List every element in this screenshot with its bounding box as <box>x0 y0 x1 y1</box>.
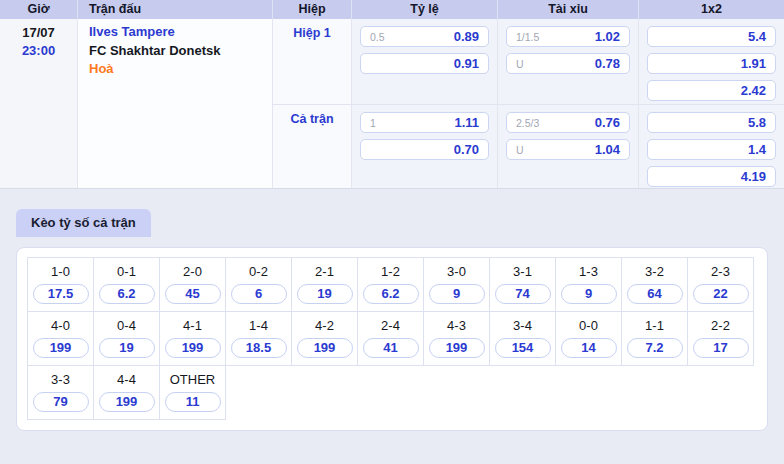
home-team-link[interactable]: Ilves Tampere <box>89 23 272 42</box>
odds-box[interactable]: 0.70 <box>360 139 489 160</box>
score-odds-button[interactable]: 6.2 <box>363 284 419 304</box>
score-label: 0-2 <box>226 264 291 279</box>
odds-line-label: U <box>516 144 524 156</box>
odds-value: 5.8 <box>748 115 766 130</box>
score-odds-button[interactable]: 9 <box>429 284 485 304</box>
score-label: 1-2 <box>358 264 423 279</box>
score-label: 1-4 <box>226 318 291 333</box>
score-label: 3-0 <box>424 264 489 279</box>
score-odds-button[interactable]: 79 <box>33 392 89 412</box>
match-teams-cell: Ilves Tampere FC Shakhtar Donetsk Hoà <box>77 19 272 188</box>
score-odds-button[interactable]: 19 <box>99 338 155 358</box>
odds-value: 0.70 <box>454 142 479 157</box>
odds-box[interactable]: 2.5/30.76 <box>506 112 630 133</box>
odds-line-label: 1/1.5 <box>516 31 539 43</box>
score-odds-button[interactable]: 199 <box>33 338 89 358</box>
odds-box[interactable]: 0.91 <box>360 53 489 74</box>
score-odds-button[interactable]: 6.2 <box>99 284 155 304</box>
odds-value: 1.04 <box>595 142 620 157</box>
score-cell: 0-16.2 <box>94 258 160 312</box>
score-odds-button[interactable]: 154 <box>495 338 551 358</box>
odds-value: 0.89 <box>454 29 479 44</box>
score-cell: 4-0199 <box>28 312 94 366</box>
header-1x2: 1x2 <box>638 0 784 19</box>
score-cell: 2-217 <box>688 312 754 366</box>
score-odds-button[interactable]: 14 <box>561 338 617 358</box>
score-odds-button[interactable]: 9 <box>561 284 617 304</box>
score-odds-button[interactable]: 199 <box>429 338 485 358</box>
score-row: 1-017.50-16.22-0450-262-1191-26.23-093-1… <box>28 258 754 312</box>
odds-box[interactable]: 11.11 <box>360 112 489 133</box>
score-label: 3-4 <box>490 318 555 333</box>
score-label: 4-4 <box>94 372 159 387</box>
score-label: 1-0 <box>28 264 93 279</box>
score-odds-button[interactable]: 19 <box>297 284 353 304</box>
score-odds-button[interactable]: 11 <box>165 392 221 412</box>
match-time-cell: 17/07 23:00 <box>0 19 77 188</box>
score-cell: 0-419 <box>94 312 160 366</box>
score-odds-button[interactable]: 6 <box>231 284 287 304</box>
score-label: 4-3 <box>424 318 489 333</box>
match-row: 17/07 23:00 Ilves Tampere FC Shakhtar Do… <box>0 19 784 189</box>
odds-box[interactable]: 5.4 <box>647 26 776 47</box>
odds-value: 4.19 <box>741 169 766 184</box>
score-label: 3-3 <box>28 372 93 387</box>
tab-correct-score[interactable]: Kèo tỷ số cả trận <box>16 209 151 237</box>
score-row: 3-3794-4199OTHER11 <box>28 366 754 420</box>
period-label: Cả trận <box>272 105 351 188</box>
score-odds-button[interactable]: 199 <box>165 338 221 358</box>
score-odds-button[interactable]: 7.2 <box>627 338 683 358</box>
score-grid: 1-017.50-16.22-0450-262-1191-26.23-093-1… <box>27 257 754 420</box>
score-cell: 4-3199 <box>424 312 490 366</box>
odds-value: 2.42 <box>741 83 766 98</box>
score-label: 2-2 <box>688 318 753 333</box>
score-odds-button[interactable]: 74 <box>495 284 551 304</box>
odds-box[interactable]: U1.04 <box>506 139 630 160</box>
odds-box[interactable]: 1/1.51.02 <box>506 26 630 47</box>
odds-box[interactable]: 1.4 <box>647 139 776 160</box>
odds-box[interactable]: 5.8 <box>647 112 776 133</box>
score-cell: 2-441 <box>358 312 424 366</box>
score-odds-button[interactable]: 17.5 <box>33 284 89 304</box>
score-odds-button[interactable]: 22 <box>693 284 749 304</box>
score-cell: 1-39 <box>556 258 622 312</box>
odds-box[interactable]: 2.42 <box>647 80 776 101</box>
odds-box[interactable]: 4.19 <box>647 166 776 187</box>
score-cell: 2-119 <box>292 258 358 312</box>
odds-box[interactable]: U0.78 <box>506 53 630 74</box>
correct-score-panel: 1-017.50-16.22-0450-262-1191-26.23-093-1… <box>16 247 768 431</box>
score-odds-button[interactable]: 64 <box>627 284 683 304</box>
match-date: 17/07 <box>0 24 77 42</box>
odds-value: 1.4 <box>748 142 766 157</box>
score-cell: 3-379 <box>28 366 94 420</box>
score-odds-button[interactable]: 17 <box>693 338 749 358</box>
score-odds-button[interactable]: 41 <box>363 338 419 358</box>
odds-value: 0.78 <box>595 56 620 71</box>
score-label: 0-1 <box>94 264 159 279</box>
odds-table-header: Giờ Trận đấu Hiệp Tỷ lệ Tài xỉu 1x2 <box>0 0 784 19</box>
score-label: 4-2 <box>292 318 357 333</box>
match-result-label: Hoà <box>89 60 272 79</box>
rate-odds-group: 0.50.890.91 <box>351 19 497 104</box>
odds-line-label: 2.5/3 <box>516 117 539 129</box>
odds-box[interactable]: 1.91 <box>647 53 776 74</box>
one-x-two-odds-group: 5.41.912.42 <box>638 19 784 104</box>
match-kickoff-time: 23:00 <box>0 42 77 60</box>
score-odds-button[interactable]: 18.5 <box>231 338 287 358</box>
odds-value: 1.91 <box>741 56 766 71</box>
score-odds-button[interactable]: 45 <box>165 284 221 304</box>
odds-line-label: 0.5 <box>370 31 385 43</box>
score-label: OTHER <box>160 372 225 387</box>
odds-value: 1.11 <box>454 115 479 130</box>
score-odds-button[interactable]: 199 <box>297 338 353 358</box>
score-cell: 2-322 <box>688 258 754 312</box>
score-cell: 1-17.2 <box>622 312 688 366</box>
header-time: Giờ <box>0 0 77 19</box>
score-cell: 0-26 <box>226 258 292 312</box>
odds-box[interactable]: 0.50.89 <box>360 26 489 47</box>
score-cell: 1-017.5 <box>28 258 94 312</box>
score-label: 0-0 <box>556 318 621 333</box>
score-odds-button[interactable]: 199 <box>99 392 155 412</box>
rate-odds-group: 11.110.70 <box>351 105 497 188</box>
odds-sections: Hiệp 1 0.50.890.91 1/1.51.02U0.78 5.41.9… <box>272 19 784 188</box>
